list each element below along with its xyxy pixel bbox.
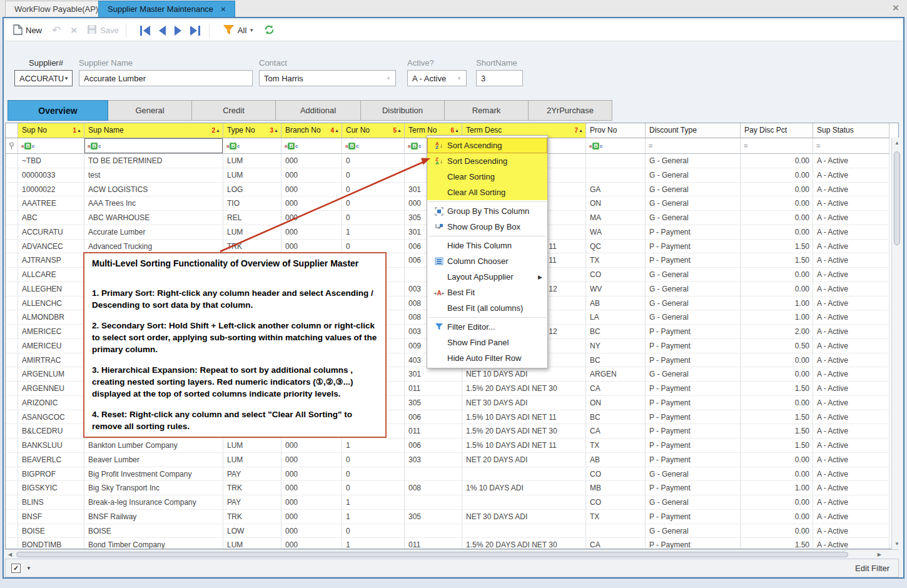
column-header-sup_name[interactable]: Sup Name2▲ <box>84 123 223 138</box>
cell-sup_status: A - Active <box>813 339 889 353</box>
page-tab-overview[interactable]: Overview <box>8 100 108 121</box>
scroll-down-icon[interactable]: ▼ <box>892 541 902 547</box>
abc-icon[interactable]: aBc <box>408 143 421 150</box>
nav-next-button[interactable] <box>175 26 181 36</box>
table-row[interactable]: BNSFBNSF RailwayTRK0001305NET 30 DAYS AD… <box>6 510 898 524</box>
column-header-branch_no[interactable]: Branch No4▲ <box>281 123 342 138</box>
abc-icon[interactable]: aBc <box>345 143 358 150</box>
filter-cell-sup_name[interactable]: aBc <box>84 138 223 154</box>
filter-cell-type_no[interactable]: aBc <box>223 138 281 154</box>
table-row[interactable]: BANKSLUUBankton Lumber CompanyLUM0001006… <box>6 438 898 453</box>
edit-filter-button[interactable]: Edit Filter <box>855 564 889 573</box>
cell-term_desc: 1.5% 20 DAYS ADI NET 30 <box>462 382 586 396</box>
menu-item-hide-this-column[interactable]: Hide This Column <box>427 238 547 253</box>
table-row[interactable]: BONDTIMBBond Timber CompanyLUM00010111.5… <box>6 538 898 549</box>
page-tab-distribution[interactable]: Distribution <box>361 100 445 121</box>
chevron-down-icon[interactable]: ▼ <box>457 76 462 81</box>
page-tab-general[interactable]: General <box>108 100 192 121</box>
abc-icon[interactable]: aBc <box>21 143 34 150</box>
menu-item-clear-all-sorting[interactable]: Clear All Sorting <box>427 185 547 200</box>
filter-cell-discount_type[interactable]: = <box>646 138 741 154</box>
shortname-field[interactable]: 3 <box>476 70 523 86</box>
table-row[interactable]: BLINSBreak-a-leg Insurance CompanyPAY000… <box>6 495 898 510</box>
menu-item-group-by-this-column[interactable]: Group By This Column <box>427 203 547 219</box>
cell-sup_status: A - Active <box>813 268 889 282</box>
page-tab-additional[interactable]: Additional <box>276 100 361 121</box>
supplier-name-field[interactable]: Accurate Lumber <box>79 70 253 86</box>
abc-icon[interactable]: aBc <box>88 143 101 150</box>
table-row[interactable]: BIGSKYICBig Sky Transport IncTRK00000081… <box>6 481 898 495</box>
filter-cell-prov_no[interactable]: aBc <box>586 138 646 154</box>
contact-combo[interactable]: Tom Harris▼ <box>259 70 396 86</box>
menu-item-sort-ascending[interactable]: AZ↓Sort Ascending <box>427 138 547 153</box>
sort-ascending-icon: AZ↓ <box>431 142 447 150</box>
menu-item-layout-apsupplier[interactable]: Layout ApSupplier▶ <box>427 269 547 285</box>
undo-button[interactable]: ↶ <box>50 23 63 39</box>
nav-prev-button[interactable] <box>159 26 166 36</box>
filter-cell-sup_no[interactable]: aBc <box>18 138 84 154</box>
column-header-sup_status[interactable]: Sup Status <box>813 123 889 138</box>
filter-scope-button[interactable]: All ▼ <box>221 23 256 39</box>
tab-supplier-master-maintenance[interactable]: Supplier Master Maintenance× <box>98 1 235 17</box>
filter-cell-sup_status[interactable]: = <box>813 138 889 154</box>
page-tab-remark[interactable]: Remark <box>445 100 529 121</box>
equals-icon[interactable]: = <box>816 142 820 150</box>
horizontal-scroll-thumb[interactable] <box>16 552 848 557</box>
cancel-button[interactable]: × <box>69 23 79 39</box>
menu-item-best-fit[interactable]: +A+Best Fit <box>427 285 547 300</box>
column-header-cur_no[interactable]: Cur No5▲ <box>342 123 405 138</box>
horizontal-scrollbar[interactable]: ◀ ▶ <box>5 549 899 559</box>
cell-sup_name: BNSF Railway <box>84 510 223 524</box>
cell-type_no: REL <box>223 211 281 225</box>
column-header-discount_type[interactable]: Discount Type <box>646 123 741 138</box>
abc-icon[interactable]: aBc <box>226 143 240 150</box>
menu-item-filter-editor[interactable]: Filter Editor... <box>427 319 547 335</box>
nav-first-button[interactable] <box>140 26 150 36</box>
table-row[interactable]: BIGPROFBig Profit Investment CompanyPAY0… <box>6 467 898 482</box>
page-tab-credit[interactable]: Credit <box>192 100 276 121</box>
menu-item-sort-descending[interactable]: ZA↓Sort Descending <box>427 153 547 169</box>
save-button[interactable]: Save <box>85 23 121 39</box>
filter-cell-cur_no[interactable]: aBc <box>342 138 405 154</box>
column-header-type_no[interactable]: Type No3▲ <box>223 123 281 138</box>
menu-item-show-group-by-box[interactable]: Show Group By Box <box>427 219 547 235</box>
menu-item-hide-auto-filter-row[interactable]: Hide Auto Filter Row <box>427 350 547 366</box>
supplier-no-combo[interactable]: ACCURATU▼ <box>14 70 73 86</box>
active-combo[interactable]: A - Active▼ <box>407 70 467 86</box>
filter-cell-branch_no[interactable]: aBc <box>281 138 342 154</box>
column-header-sup_no[interactable]: Sup No1▲ <box>18 123 84 138</box>
nav-last-button[interactable] <box>190 26 200 36</box>
filter-cell-pay_disc_pct[interactable]: = <box>741 138 813 154</box>
refresh-button[interactable] <box>262 23 276 39</box>
chevron-down-icon[interactable]: ▼ <box>386 76 391 81</box>
column-header-pay_disc_pct[interactable]: Pay Disc Pct <box>741 123 813 138</box>
tab-close-icon[interactable]: × <box>221 4 226 14</box>
vertical-scrollbar[interactable]: ▲ ▼ <box>891 138 902 549</box>
tab-workflow-payable[interactable]: WorkFlow Payable(AP) <box>5 1 108 17</box>
chevron-down-icon[interactable]: ▼ <box>64 76 69 81</box>
table-row[interactable]: BOISEBOISELOW0000G - General0.00A - Acti… <box>6 524 898 539</box>
abc-icon[interactable]: aBc <box>589 143 602 150</box>
menu-item-column-chooser[interactable]: Column Chooser <box>427 253 547 269</box>
column-header-prov_no[interactable]: Prov No <box>586 123 646 138</box>
chevron-down-icon[interactable]: ▼ <box>26 565 31 571</box>
equals-icon[interactable]: = <box>744 142 747 150</box>
cell-discount_type: P - Payment <box>646 253 741 268</box>
menu-item-best-fit-all-columns[interactable]: Best Fit (all columns) <box>427 300 547 316</box>
vertical-scroll-thumb[interactable] <box>894 151 900 245</box>
annotation-box: Multi-Level Sorting Functionality of Ove… <box>83 252 387 438</box>
scroll-right-icon[interactable]: ▶ <box>878 552 881 557</box>
menu-item-show-find-panel[interactable]: Show Find Panel <box>427 335 547 350</box>
scroll-up-icon[interactable]: ▲ <box>892 140 902 146</box>
table-row[interactable]: BEAVERLCBeaver LumberLUM0000303NET 20 DA… <box>6 453 898 467</box>
annotation-title: Multi-Level Sorting Functionality of Ove… <box>92 258 378 268</box>
menu-item-clear-sorting[interactable]: Clear Sorting <box>427 169 547 185</box>
cell-pay_disc_pct: 1.50 <box>741 424 813 438</box>
new-button[interactable]: New <box>11 23 44 39</box>
scroll-left-icon[interactable]: ◀ <box>8 552 12 557</box>
page-tab-2yrpurchase[interactable]: 2YrPurchase <box>529 100 612 121</box>
abc-icon[interactable]: aBc <box>285 143 298 150</box>
equals-icon[interactable]: = <box>649 142 652 150</box>
filter-checkbox[interactable]: ✓ <box>11 564 21 573</box>
window-close-icon[interactable]: × <box>893 2 899 14</box>
